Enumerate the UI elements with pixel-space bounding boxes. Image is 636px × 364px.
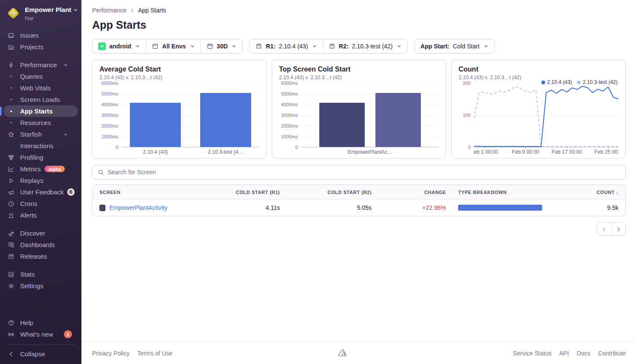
column-header-change[interactable]: CHANGE — [372, 190, 446, 195]
sidebar-item-performance[interactable]: Performance — [0, 59, 81, 71]
screen-link[interactable]: EmpowerPlantActivity — [109, 204, 167, 211]
sidebar-item-replays[interactable]: Replays — [0, 175, 81, 186]
sidebar-item-help[interactable]: Help — [0, 317, 81, 328]
main-content: Performance App Starts App Starts androi… — [81, 0, 636, 364]
app-start-value: Cold Start — [453, 43, 480, 50]
bar — [375, 93, 421, 147]
screens-table: SCREENCOLD START (R1)COLD START (R2)CHAN… — [92, 185, 626, 216]
footer-link[interactable]: Service Status — [513, 350, 552, 357]
next-page-button[interactable] — [611, 223, 625, 236]
footer-link[interactable]: Docs — [577, 350, 591, 357]
sidebar-item-releases[interactable]: Releases — [0, 251, 81, 262]
chevron-up-icon — [63, 63, 70, 68]
change-value: +22.96% — [372, 204, 446, 211]
bar-plot — [122, 83, 259, 147]
sidebar-item-alerts[interactable]: Alerts — [0, 209, 81, 221]
sidebar-item-crons[interactable]: Crons — [0, 198, 81, 209]
sidebar-section: Issues Projects — [0, 30, 81, 53]
megaphone-icon — [8, 189, 15, 196]
org-switcher[interactable]: Empower Plant Nar — [0, 0, 81, 26]
count-chart: 20010002.10.4 (43)2.10.3-test (42)Feb 1 … — [459, 83, 618, 156]
release1-filter[interactable]: R1: 2.10.4 (43) — [250, 39, 322, 53]
issues-icon — [8, 32, 15, 39]
project-filter[interactable]: android — [93, 39, 146, 53]
sidebar-item-profiling[interactable]: Profiling — [0, 152, 81, 163]
lightning-icon — [8, 62, 15, 69]
sidebar-item-dashboards[interactable]: Dashboards — [0, 239, 81, 251]
y-tick-label: 3000ms — [281, 113, 298, 118]
releases-icon — [8, 253, 15, 260]
collapse-icon — [8, 351, 15, 358]
screen-icon — [99, 205, 105, 211]
column-header-screen[interactable]: SCREEN — [99, 190, 216, 195]
star-icon — [8, 131, 15, 138]
column-header-r1[interactable]: COLD START (R1) — [216, 190, 280, 195]
org-project: Nar — [25, 15, 34, 21]
sidebar-item-label: Crons — [20, 200, 37, 207]
chart-card-average-cold-start: Average Cold Start 2.10.4 (43) v. 2.10.3… — [92, 60, 267, 158]
sidebar-item-label: Settings — [20, 282, 43, 289]
date-filter[interactable]: 30D — [201, 39, 243, 53]
bullet-icon: • — [8, 71, 15, 82]
filter-bar: android All Envs 30D R1: 2.10.4 (43) — [81, 39, 636, 54]
page-footer: Privacy PolicyTerms of Use Service Statu… — [81, 342, 636, 364]
stats-icon — [8, 271, 15, 278]
sidebar-item-label: Starfish — [20, 131, 42, 138]
bar-plot — [301, 83, 439, 147]
sidebar-item-settings[interactable]: Settings — [0, 280, 81, 292]
sidebar-item-discover[interactable]: Discover — [0, 227, 81, 239]
bar — [200, 93, 251, 147]
y-tick-label: 0 — [116, 145, 118, 150]
column-header-count[interactable]: COUNT↓ — [550, 190, 618, 195]
y-tick-label: 4000ms — [281, 102, 298, 107]
x-tick-label: Feb 25 00:0 — [594, 149, 618, 155]
y-tick-label: 5000ms — [281, 91, 298, 96]
sidebar-item-whats-new[interactable]: What's new2 — [0, 328, 81, 340]
y-tick-label: 3000ms — [102, 113, 118, 118]
y-tick-label: 2000ms — [281, 123, 298, 128]
sidebar-item-stats[interactable]: Stats — [0, 269, 81, 280]
chart-title: Average Cold Start — [99, 66, 259, 73]
clock-icon — [8, 200, 15, 207]
sidebar: Empower Plant Nar Issues Projects Perfor… — [0, 0, 81, 364]
column-header-type[interactable]: TYPE BREAKDOWN — [446, 190, 550, 195]
sidebar-item-issues[interactable]: Issues — [0, 30, 81, 41]
cold-start-r1-value: 4.11s — [216, 204, 280, 211]
gridline — [301, 83, 439, 84]
sidebar-item-starfish[interactable]: Starfish — [0, 128, 81, 140]
y-tick-label: 1000ms — [281, 134, 298, 139]
previous-page-button[interactable] — [597, 223, 611, 236]
column-header-r2[interactable]: COLD START (R2) — [280, 190, 372, 195]
app-start-filter-group: App Start: Cold Start — [414, 39, 495, 54]
search-input[interactable] — [108, 169, 620, 176]
sidebar-item-interactions[interactable]: Interactions — [0, 140, 81, 152]
breadcrumb-performance[interactable]: Performance — [92, 7, 126, 14]
sidebar-item-projects[interactable]: Projects — [0, 41, 81, 53]
release2-filter[interactable]: R2: 2.10.3-test (42) — [323, 39, 408, 53]
sidebar-item-user-feedback[interactable]: User FeedbackB — [0, 186, 81, 198]
sidebar-item-label: Releases — [20, 253, 47, 260]
sidebar-item-queries[interactable]: •Queries — [0, 71, 81, 82]
sidebar-item-collapse[interactable]: Collapse — [0, 348, 81, 360]
chart-subtitle: 2.10.4 (43) v. 2.10.3…t (42) — [279, 75, 439, 81]
whats-new-badge: 2 — [64, 330, 72, 338]
replays-icon — [8, 177, 15, 184]
footer-link[interactable]: API — [559, 350, 569, 357]
sidebar-item-label: User Feedback — [20, 188, 64, 196]
bar — [319, 103, 365, 147]
sidebar-item-screen-loads[interactable]: •Screen Loads — [0, 94, 81, 105]
bar — [130, 103, 181, 147]
sidebar-item-metrics[interactable]: Metricsalpha — [0, 163, 81, 175]
footer-link[interactable]: Privacy Policy — [92, 350, 129, 357]
app-start-type-filter[interactable]: App Start: Cold Start — [415, 39, 494, 53]
sidebar-item-resources[interactable]: •Resources — [0, 117, 81, 128]
environment-filter[interactable]: All Envs — [146, 39, 200, 53]
sidebar-item-web-vitals[interactable]: •Web Vitals — [0, 82, 81, 94]
footer-link[interactable]: Contribute — [598, 350, 626, 357]
sidebar-item-label: Stats — [20, 271, 35, 278]
footer-link[interactable]: Terms of Use — [137, 350, 172, 357]
environment-filter-label: All Envs — [162, 43, 186, 50]
axis-tick — [525, 147, 526, 149]
sidebar-item-app-starts[interactable]: •App Starts — [3, 105, 78, 117]
broadcast-icon — [8, 331, 15, 338]
